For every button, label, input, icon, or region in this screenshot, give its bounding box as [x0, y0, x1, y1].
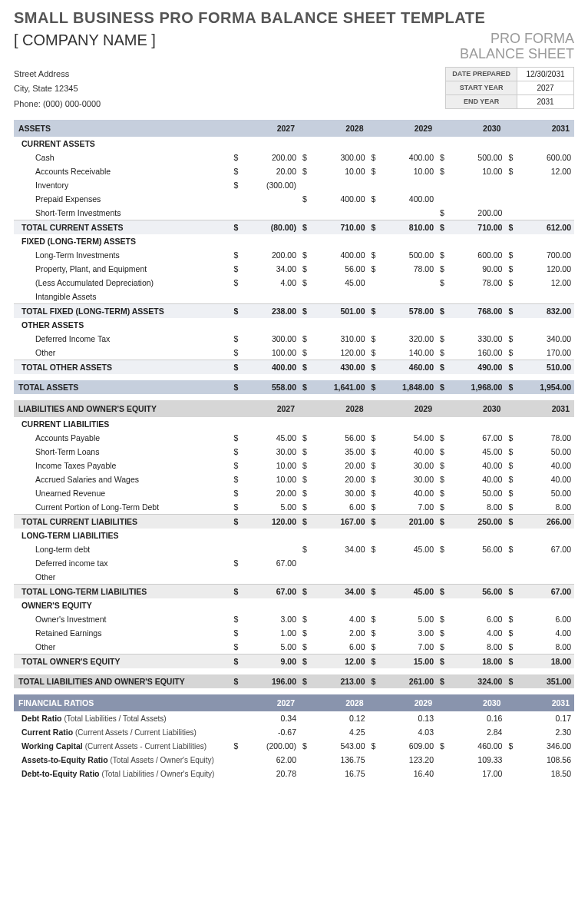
value-cell: 320.00 — [381, 332, 437, 346]
value-cell: 600.00 — [449, 248, 505, 262]
currency-symbol: $ — [505, 640, 517, 655]
value-cell — [312, 556, 368, 570]
currency-symbol: $ — [368, 626, 381, 640]
currency-symbol: $ — [299, 276, 312, 290]
currency-symbol: $ — [231, 276, 243, 290]
value-cell — [312, 234, 368, 248]
currency-symbol — [368, 137, 381, 151]
currency-symbol: $ — [368, 472, 381, 486]
row-label: Retained Earnings — [14, 626, 231, 640]
current-liabilities-section: CURRENT LIABILITIES — [14, 417, 574, 431]
value-cell — [518, 206, 574, 220]
asset-item: Long-Term Investments$200.00$400.00$500.… — [14, 248, 574, 262]
currency-symbol: $ — [231, 431, 243, 445]
year-header: 2029 — [381, 400, 437, 417]
value-cell: 4.00 — [449, 626, 505, 640]
value-cell: 9.00 — [243, 654, 299, 668]
value-cell: 40.00 — [518, 472, 574, 486]
value-cell: 160.00 — [449, 346, 505, 360]
section-header-label: FINANCIAL RATIOS — [14, 694, 231, 711]
phone: Phone: (000) 000-0000 — [14, 97, 101, 112]
value-cell: 136.75 — [312, 753, 368, 767]
currency-symbol — [231, 753, 243, 767]
currency-symbol: $ — [299, 459, 312, 472]
value-cell: 1,641.00 — [312, 380, 368, 394]
asset-item: Property, Plant, and Equipment$34.00$56.… — [14, 262, 574, 276]
value-cell — [518, 529, 574, 542]
value-cell: 5.00 — [381, 612, 437, 626]
value-cell — [518, 192, 574, 206]
currency-symbol: $ — [437, 303, 449, 318]
total-fixed-assets: TOTAL FIXED (LONG-TERM) ASSETS$238.00$50… — [14, 303, 574, 318]
currency-symbol — [437, 725, 449, 739]
row-label: Short-Term Investments — [14, 206, 231, 220]
currency-symbol: $ — [437, 500, 449, 515]
value-cell: 460.00 — [381, 360, 437, 374]
currency-symbol — [299, 290, 312, 304]
value-cell: 200.00 — [243, 248, 299, 262]
equity-item: Other$5.00$6.00$7.00$8.00$8.00 — [14, 640, 574, 655]
equity-item: Owner's Investment$3.00$4.00$5.00$6.00$6… — [14, 612, 574, 626]
currency-symbol: $ — [368, 514, 381, 529]
currency-symbol — [505, 556, 517, 570]
date-prepared-value: 12/30/2031 — [517, 67, 574, 81]
value-cell: 18.00 — [449, 654, 505, 668]
asset-item: Prepaid Expenses$400.00$400.00 — [14, 192, 574, 206]
year-header: 2030 — [449, 120, 505, 137]
value-cell — [243, 137, 299, 151]
currency-symbol — [368, 178, 381, 192]
value-cell: 50.00 — [518, 445, 574, 459]
value-cell — [449, 598, 505, 612]
currency-symbol: $ — [368, 248, 381, 262]
row-label: TOTAL FIXED (LONG-TERM) ASSETS — [14, 303, 231, 318]
value-cell: 213.00 — [312, 674, 368, 688]
value-cell — [518, 570, 574, 585]
currency-symbol — [299, 767, 312, 780]
value-cell: 34.00 — [312, 542, 368, 556]
currency-symbol: $ — [505, 626, 517, 640]
ratio-row: Assets-to-Equity Ratio (Total Assets / O… — [14, 753, 574, 767]
currency-symbol — [299, 570, 312, 585]
value-cell — [449, 178, 505, 192]
currency-symbol: $ — [368, 739, 381, 753]
total-current-liabilities: TOTAL CURRENT LIABILITIES$120.00$167.00$… — [14, 514, 574, 529]
value-cell: 500.00 — [381, 248, 437, 262]
row-label: Deferred income tax — [14, 556, 231, 570]
value-cell — [381, 570, 437, 585]
value-cell: 16.40 — [381, 767, 437, 780]
currency-symbol: $ — [437, 220, 449, 234]
value-cell — [518, 417, 574, 431]
year-header: 2030 — [449, 400, 505, 417]
value-cell: 266.00 — [518, 514, 574, 529]
currency-symbol: $ — [231, 472, 243, 486]
currency-symbol: $ — [299, 151, 312, 164]
value-cell: 600.00 — [518, 151, 574, 164]
currency-symbol: $ — [437, 514, 449, 529]
row-label: Assets-to-Equity Ratio (Total Assets / O… — [14, 753, 231, 767]
currency-symbol: $ — [299, 445, 312, 459]
currency-symbol: $ — [437, 445, 449, 459]
value-cell: 40.00 — [518, 459, 574, 472]
currency-symbol: $ — [231, 164, 243, 178]
ratio-row: Debt-to-Equity Ratio (Total Liabilities … — [14, 767, 574, 780]
currency-symbol — [437, 290, 449, 304]
currency-symbol — [231, 192, 243, 206]
value-cell: 40.00 — [381, 486, 437, 500]
value-cell — [518, 556, 574, 570]
asset-item: Short-Term Investments$200.00 — [14, 206, 574, 220]
value-cell: 490.00 — [449, 360, 505, 374]
currency-symbol — [231, 206, 243, 220]
currency-symbol — [231, 417, 243, 431]
year-header: 2031 — [518, 694, 574, 711]
value-cell — [243, 318, 299, 332]
value-cell: 20.00 — [243, 486, 299, 500]
value-cell: 710.00 — [449, 220, 505, 234]
value-cell: 10.00 — [381, 164, 437, 178]
currency-symbol: $ — [299, 220, 312, 234]
currency-symbol: $ — [505, 739, 517, 753]
currency-symbol: $ — [505, 542, 517, 556]
company-name: [ COMPANY NAME ] — [14, 31, 156, 49]
value-cell — [381, 556, 437, 570]
currency-symbol — [437, 234, 449, 248]
row-label: Long-term debt — [14, 542, 231, 556]
